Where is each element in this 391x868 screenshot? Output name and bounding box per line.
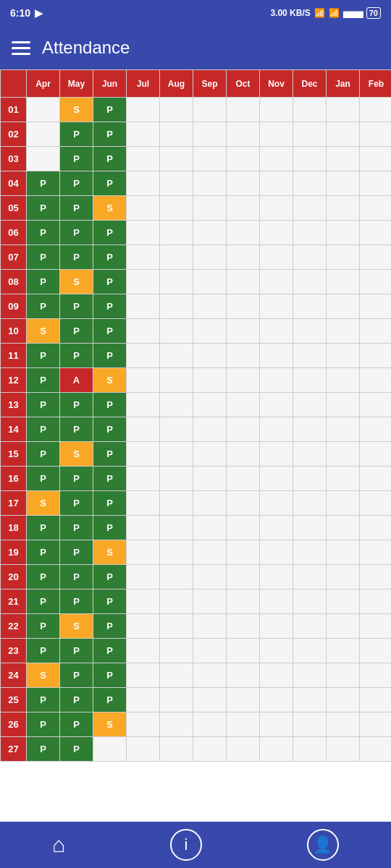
attendance-cell-jun: P	[93, 147, 127, 171]
attendance-cell-may: P	[60, 344, 93, 368]
attendance-cell-nov	[260, 196, 293, 221]
attendance-cell-may: P	[60, 245, 93, 270]
attendance-cell-nov	[260, 98, 293, 122]
table-row: 11PPP	[1, 344, 392, 368]
attendance-cell-jul	[127, 270, 160, 294]
header-may: May	[60, 70, 93, 98]
attendance-cell-sep	[193, 344, 227, 368]
attendance-cell-aug	[160, 393, 193, 417]
attendance-cell-dec	[293, 319, 327, 344]
attendance-cell-aug	[160, 590, 193, 614]
attendance-cell-oct	[227, 221, 260, 245]
attendance-cell-jan	[327, 344, 360, 368]
attendance-cell-dec	[293, 393, 327, 417]
attendance-cell-jun: P	[93, 294, 127, 319]
attendance-cell-aug	[160, 565, 193, 590]
table-row: 05PPS	[1, 196, 392, 221]
attendance-cell-sep	[193, 417, 227, 442]
attendance-cell-sep	[193, 442, 227, 467]
info-button[interactable]: i	[170, 829, 202, 861]
attendance-cell-aug	[160, 712, 193, 737]
attendance-cell-may: P	[60, 639, 93, 663]
day-cell: 16	[1, 467, 27, 491]
status-right: 3.00 KB/S 📶 📶 ▅▅▅ 70	[270, 7, 381, 19]
day-cell: 10	[1, 319, 27, 344]
attendance-cell-feb	[360, 614, 392, 639]
attendance-cell-jun: S	[93, 540, 127, 565]
attendance-cell-oct	[227, 294, 260, 319]
attendance-cell-nov	[260, 467, 293, 491]
attendance-cell-apr: P	[27, 294, 60, 319]
attendance-cell-may: P	[60, 147, 93, 171]
attendance-cell-nov	[260, 737, 293, 762]
header-jun: Jun	[93, 70, 127, 98]
attendance-cell-dec	[293, 122, 327, 147]
battery-indicator: 70	[366, 7, 381, 19]
attendance-cell-jul	[127, 294, 160, 319]
attendance-cell-feb	[360, 663, 392, 688]
home-button[interactable]: ⌂	[52, 833, 65, 857]
attendance-cell-nov	[260, 344, 293, 368]
day-cell: 06	[1, 221, 27, 245]
attendance-cell-sep	[193, 122, 227, 147]
attendance-cell-feb	[360, 221, 392, 245]
attendance-cell-aug	[160, 344, 193, 368]
attendance-cell-dec	[293, 491, 327, 516]
info-icon: i	[170, 829, 202, 861]
attendance-cell-oct	[227, 147, 260, 171]
attendance-cell-aug	[160, 614, 193, 639]
attendance-cell-feb	[360, 368, 392, 393]
attendance-cell-oct	[227, 639, 260, 663]
header-nov: Nov	[260, 70, 293, 98]
attendance-cell-jun: P	[93, 319, 127, 344]
attendance-cell-jul	[127, 147, 160, 171]
attendance-cell-aug	[160, 270, 193, 294]
attendance-cell-jun: P	[93, 245, 127, 270]
attendance-cell-may: P	[60, 590, 93, 614]
wifi-icon: 📶	[314, 8, 325, 18]
day-cell: 13	[1, 393, 27, 417]
attendance-cell-oct	[227, 590, 260, 614]
attendance-cell-aug	[160, 491, 193, 516]
attendance-cell-jun: P	[93, 417, 127, 442]
attendance-cell-sep	[193, 368, 227, 393]
attendance-cell-apr: P	[27, 590, 60, 614]
attendance-cell-nov	[260, 590, 293, 614]
attendance-cell-jan	[327, 196, 360, 221]
app-title: Attendance	[42, 38, 130, 58]
attendance-cell-feb	[360, 122, 392, 147]
table-row: 02PP	[1, 122, 392, 147]
table-row: 14PPP	[1, 417, 392, 442]
attendance-cell-dec	[293, 614, 327, 639]
attendance-cell-oct	[227, 393, 260, 417]
attendance-cell-may: P	[60, 491, 93, 516]
attendance-cell-jun: P	[93, 491, 127, 516]
attendance-cell-jul	[127, 540, 160, 565]
attendance-cell-may: P	[60, 417, 93, 442]
attendance-cell-jun: S	[93, 196, 127, 221]
attendance-cell-apr: P	[27, 516, 60, 540]
attendance-cell-may: S	[60, 614, 93, 639]
attendance-cell-may: P	[60, 221, 93, 245]
table-row: 10SPP	[1, 319, 392, 344]
attendance-cell-jul	[127, 663, 160, 688]
attendance-cell-oct	[227, 368, 260, 393]
attendance-cell-nov	[260, 245, 293, 270]
attendance-cell-oct	[227, 688, 260, 712]
attendance-cell-feb	[360, 98, 392, 122]
attendance-cell-nov	[260, 221, 293, 245]
attendance-cell-feb	[360, 294, 392, 319]
attendance-cell-sep	[193, 663, 227, 688]
attendance-cell-nov	[260, 688, 293, 712]
menu-button[interactable]	[12, 41, 30, 55]
attendance-cell-sep	[193, 393, 227, 417]
profile-button[interactable]: 👤	[307, 829, 339, 861]
attendance-cell-aug	[160, 663, 193, 688]
attendance-cell-may: P	[60, 737, 93, 762]
attendance-cell-aug	[160, 171, 193, 196]
day-cell: 11	[1, 344, 27, 368]
attendance-cell-sep	[193, 565, 227, 590]
attendance-cell-jan	[327, 245, 360, 270]
attendance-cell-dec	[293, 294, 327, 319]
day-cell: 03	[1, 147, 27, 171]
